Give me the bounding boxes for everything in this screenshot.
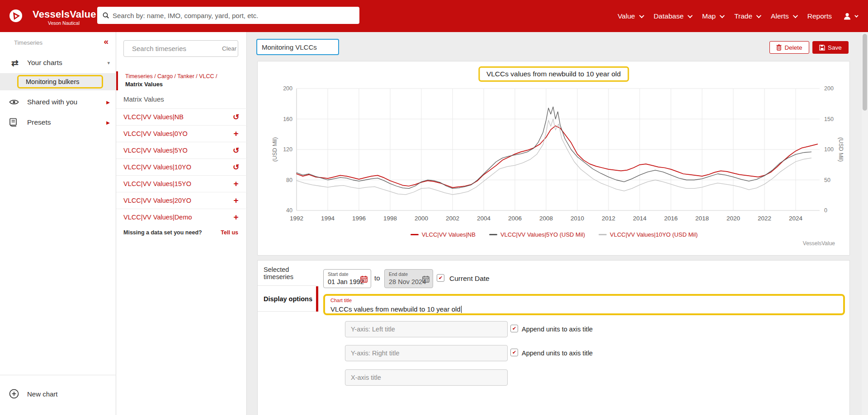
append-units-left-checkbox[interactable]: ✔ — [510, 325, 518, 332]
timeseries-search-bar[interactable]: Clear — [123, 40, 238, 57]
svg-text:2010: 2010 — [571, 215, 584, 222]
svg-text:2012: 2012 — [602, 215, 615, 222]
check-icon: ✔ — [439, 275, 443, 281]
sidebar-section-label: Timeseries — [14, 39, 42, 46]
y-axis-left-title-input[interactable] — [345, 321, 508, 337]
left-sidebar: Timeseries « ⇄ Your charts ▾ Monitoring … — [0, 32, 116, 415]
clear-search-button[interactable]: Clear — [222, 45, 236, 52]
save-button[interactable]: Save — [812, 41, 849, 54]
timeseries-label: VLCC|VV Values|20YO — [123, 197, 191, 204]
calendar-icon[interactable] — [360, 275, 368, 283]
chart-canvas[interactable]: 1992199419961998200020022004200620082010… — [258, 61, 850, 256]
end-date-picker: End date 28 Nov 2024 — [384, 269, 433, 288]
missing-dataset-footer: Missing a data set you need? Tell us — [123, 229, 238, 236]
new-chart-button[interactable]: New chart — [0, 385, 116, 402]
legend-swatch — [410, 234, 419, 235]
page-scrollbar[interactable] — [862, 32, 868, 415]
svg-text:1996: 1996 — [352, 215, 366, 222]
save-label: Save — [828, 44, 842, 51]
timeseries-list: VLCC|VV Values|NB↺VLCC|VV Values|0YO+VLC… — [116, 108, 247, 225]
nav-item-reports[interactable]: Reports — [807, 12, 832, 20]
timeseries-row[interactable]: VLCC|VV Values|NB↺ — [116, 108, 247, 125]
nav-item-value[interactable]: Value — [618, 12, 643, 20]
breadcrumb: Timeseries / Cargo / Tanker / VLCC / Mat… — [116, 71, 247, 90]
legend-item[interactable]: VLCC|VV Values|NB — [410, 231, 476, 238]
add-icon[interactable]: + — [231, 196, 241, 205]
scrollbar-thumb[interactable] — [863, 34, 867, 111]
sidebar-item-monitoring-bulkers[interactable]: Monitoring bulkers — [0, 73, 116, 90]
timeseries-row[interactable]: VLCC|VV Values|0YO+ — [116, 125, 247, 142]
timeseries-row[interactable]: VLCC|VV Values|5YO↺ — [116, 142, 247, 159]
timeseries-row[interactable]: VLCC|VV Values|15YO+ — [116, 175, 247, 192]
chart-title-input[interactable]: Chart title VLCCs values from newbuild t… — [323, 294, 845, 315]
nav-item-label: Alerts — [771, 12, 789, 20]
svg-text:2014: 2014 — [633, 215, 647, 222]
current-date-checkbox[interactable]: ✔ — [437, 274, 444, 282]
sidebar-item-presets[interactable]: Presets ▶ — [0, 114, 116, 131]
tab-selected-timeseries[interactable]: Selected timeseries — [258, 261, 318, 286]
svg-text:40: 40 — [286, 207, 292, 214]
undo-icon[interactable]: ↺ — [231, 112, 241, 122]
breadcrumb-path[interactable]: Timeseries / Cargo / Tanker / VLCC / — [125, 73, 247, 79]
timeseries-row[interactable]: VLCC|VV Values|10YO↺ — [116, 159, 247, 175]
eye-icon — [9, 98, 21, 106]
timeseries-label: VLCC|VV Values|5YO — [123, 147, 188, 154]
svg-text:2002: 2002 — [446, 215, 459, 222]
sidebar-item-your-charts[interactable]: ⇄ Your charts ▾ — [0, 54, 116, 71]
chevron-down-icon — [854, 14, 858, 17]
x-axis-title-input[interactable] — [345, 369, 508, 386]
text-cursor — [461, 306, 462, 313]
timeseries-row[interactable]: VLCC|VV Values|20YO+ — [116, 192, 247, 209]
chart-name-input[interactable] — [256, 39, 339, 55]
selected-chart-highlight[interactable]: Monitoring bulkers — [17, 75, 103, 89]
timeseries-browser-panel: Clear Timeseries / Cargo / Tanker / VLCC… — [116, 32, 247, 415]
append-units-label: Append units to axis title — [522, 350, 593, 357]
add-icon[interactable]: + — [231, 179, 241, 189]
add-icon[interactable]: + — [231, 129, 241, 139]
timeseries-search-input[interactable] — [132, 45, 222, 52]
legend-item[interactable]: VLCC|VV Values|5YO (USD Mil) — [489, 231, 585, 238]
start-date-value: 01 Jan 1992 — [328, 278, 364, 285]
end-date-value: 28 Nov 2024 — [389, 278, 426, 285]
nav-item-label: Reports — [807, 12, 832, 20]
start-date-picker[interactable]: Start date 01 Jan 1992 — [323, 269, 371, 288]
collapse-sidebar-icon[interactable]: « — [104, 37, 108, 47]
global-search-input[interactable] — [113, 12, 354, 19]
nav-item-database[interactable]: Database — [654, 12, 691, 20]
sidebar-item-shared-with-you[interactable]: Shared with you ▶ — [0, 93, 116, 111]
nav-item-map[interactable]: Map — [702, 12, 723, 20]
user-menu[interactable] — [843, 12, 857, 21]
tab-display-options[interactable]: Display options — [258, 286, 318, 312]
breadcrumb-current: Matrix Values — [125, 81, 247, 88]
timeseries-label: VLCC|VV Values|Demo — [123, 214, 192, 221]
nav-item-trade[interactable]: Trade — [734, 12, 760, 20]
start-date-label: Start date — [328, 271, 349, 277]
sidebar-item-label: Shared with you — [27, 98, 77, 106]
calendar-icon — [422, 275, 429, 283]
undo-icon[interactable]: ↺ — [231, 163, 241, 172]
chart-title-field-label: Chart title — [330, 298, 352, 303]
svg-text:160: 160 — [283, 116, 292, 122]
svg-text:200: 200 — [824, 85, 834, 92]
expand-right-icon: ▶ — [106, 120, 110, 125]
chart-options-panel: Selected timeseries Display options Star… — [257, 260, 850, 415]
delete-button[interactable]: Delete — [769, 41, 809, 54]
svg-text:2016: 2016 — [664, 215, 678, 222]
chevron-down-icon — [639, 13, 644, 18]
timeseries-row[interactable]: VLCC|VV Values|Demo+ — [116, 209, 247, 225]
global-search-bar[interactable] — [97, 7, 359, 24]
add-icon[interactable]: + — [231, 212, 241, 222]
nav-item-alerts[interactable]: Alerts — [771, 12, 797, 20]
svg-text:2006: 2006 — [508, 215, 522, 222]
undo-icon[interactable]: ↺ — [231, 146, 241, 155]
category-header[interactable]: Matrix Values — [123, 95, 164, 103]
nav-item-label: Database — [654, 12, 684, 20]
nav-item-label: Value — [618, 12, 635, 20]
legend-item[interactable]: VLCC|VV Values|10YO (USD Mil) — [599, 231, 698, 238]
y-axis-right-title-input[interactable] — [345, 345, 508, 361]
append-units-right-checkbox[interactable]: ✔ — [510, 349, 518, 356]
main-content: Delete Save VLCCs values from newbuild t… — [247, 32, 862, 415]
svg-text:1994: 1994 — [321, 215, 335, 222]
tell-us-link[interactable]: Tell us — [221, 229, 238, 236]
svg-text:2024: 2024 — [789, 215, 803, 222]
